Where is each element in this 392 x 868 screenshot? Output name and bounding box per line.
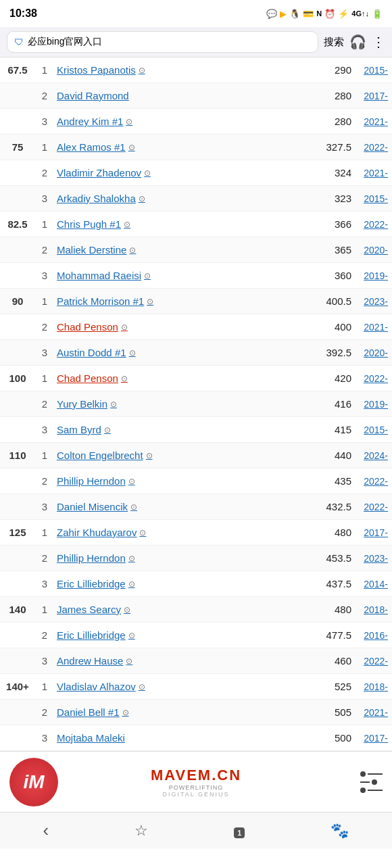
year[interactable]: 2024-: [354, 448, 392, 464]
year[interactable]: 2015-: [354, 422, 392, 438]
year[interactable]: 2021-: [354, 704, 392, 721]
place: 3: [35, 344, 54, 361]
address-bar[interactable]: 🛡 必应bing官网入口: [7, 31, 318, 53]
table-row: 1401James Searcy ⊙4802018-: [0, 597, 392, 623]
athlete-name[interactable]: Patrick Morrison #1 ⊙: [54, 293, 318, 310]
athlete-name[interactable]: Colton Engelbrecht ⊙: [54, 447, 318, 464]
camera-icon[interactable]: ⊙: [126, 117, 132, 126]
year[interactable]: 2017-: [354, 730, 392, 746]
year[interactable]: 2022-: [354, 370, 392, 387]
year[interactable]: 2015-: [354, 191, 392, 207]
athlete-name[interactable]: David Raymond: [54, 87, 318, 104]
athlete-name[interactable]: Austin Dodd #1 ⊙: [54, 344, 318, 361]
weight-class: [0, 479, 35, 484]
camera-icon[interactable]: ⊙: [110, 400, 117, 409]
athlete-name[interactable]: Daniel Misencik ⊙: [54, 498, 318, 515]
camera-icon[interactable]: ⊙: [144, 168, 151, 178]
bluetooth-icon: ⚡: [338, 9, 349, 19]
year[interactable]: 2020-: [354, 242, 392, 258]
athlete-name[interactable]: James Searcy ⊙: [54, 601, 318, 618]
athlete-name[interactable]: Vladimir Zhadenov ⊙: [54, 164, 318, 181]
athlete-name[interactable]: Andrey Kim #1 ⊙: [54, 113, 318, 130]
athlete-name[interactable]: Alex Ramos #1 ⊙: [54, 139, 318, 155]
camera-icon[interactable]: ⊙: [121, 322, 128, 332]
table-row: 2Daniel Bell #1 ⊙5052021-: [0, 700, 392, 725]
bookmark-button[interactable]: ☆: [134, 822, 148, 840]
camera-icon[interactable]: ⊙: [126, 656, 132, 666]
year[interactable]: 2022-: [354, 473, 392, 489]
athlete-name[interactable]: Eric Lilliebridge ⊙: [54, 575, 318, 592]
camera-icon[interactable]: ⊙: [128, 477, 135, 486]
athlete-name[interactable]: Mohammad Raeisi ⊙: [54, 267, 318, 284]
camera-icon[interactable]: ⊙: [124, 220, 130, 229]
year[interactable]: 2018-: [354, 679, 392, 695]
headphone-button[interactable]: 🎧: [349, 34, 366, 50]
table-row: 2Phillip Herndon ⊙453.52023-: [0, 546, 392, 571]
year[interactable]: 2016-: [354, 627, 392, 644]
search-button[interactable]: 搜索: [324, 36, 344, 49]
camera-icon[interactable]: ⊙: [144, 271, 151, 281]
camera-icon[interactable]: ⊙: [104, 425, 111, 435]
year[interactable]: 2021-: [354, 319, 392, 335]
menu-button[interactable]: 🐾: [330, 822, 349, 840]
year[interactable]: 2015-: [354, 62, 392, 78]
camera-icon[interactable]: ⊙: [122, 708, 129, 717]
weight-class: 140+: [0, 678, 35, 695]
camera-icon[interactable]: ⊙: [128, 631, 135, 640]
year[interactable]: 2021-: [354, 114, 392, 130]
place: 3: [35, 729, 54, 746]
weight-class: [0, 581, 35, 587]
year[interactable]: 2022-: [354, 139, 392, 155]
athlete-name[interactable]: Mojtaba Maleki: [54, 729, 318, 746]
athlete-name[interactable]: Daniel Bell #1 ⊙: [54, 704, 318, 721]
year[interactable]: 2022-: [354, 653, 392, 669]
camera-icon[interactable]: ⊙: [128, 554, 135, 563]
year[interactable]: 2022-: [354, 499, 392, 515]
year[interactable]: 2021-: [354, 165, 392, 181]
athlete-name[interactable]: Zahir Khudayarov ⊙: [54, 524, 318, 541]
camera-icon[interactable]: ⊙: [139, 682, 145, 692]
camera-icon[interactable]: ⊙: [128, 579, 135, 589]
camera-icon[interactable]: ⊙: [130, 502, 137, 512]
settings-button[interactable]: [360, 771, 383, 793]
athlete-name[interactable]: Chad Penson ⊙: [54, 318, 318, 335]
year[interactable]: 2023-: [354, 550, 392, 566]
athlete-name[interactable]: Eric Lilliebridge ⊙: [54, 627, 318, 644]
year[interactable]: 2017-: [354, 88, 392, 104]
athlete-name[interactable]: Kristos Papanotis ⊙: [54, 62, 318, 78]
camera-icon[interactable]: ⊙: [121, 374, 128, 383]
more-button[interactable]: ⋮: [372, 34, 385, 50]
camera-icon[interactable]: ⊙: [139, 528, 146, 537]
camera-icon[interactable]: ⊙: [129, 245, 136, 255]
athlete-name[interactable]: Maliek Derstine ⊙: [54, 241, 318, 258]
year[interactable]: 2019-: [354, 396, 392, 412]
year[interactable]: 2017-: [354, 525, 392, 541]
year[interactable]: 2022-: [354, 216, 392, 233]
athlete-name[interactable]: Vladislav Alhazov ⊙: [54, 678, 318, 695]
athlete-name[interactable]: Andrew Hause ⊙: [54, 652, 318, 669]
athlete-name[interactable]: Arkadiy Shalokha ⊙: [54, 190, 318, 207]
year[interactable]: 2014-: [354, 576, 392, 592]
place: 1: [35, 293, 54, 310]
camera-icon[interactable]: ⊙: [146, 451, 153, 460]
athlete-name[interactable]: Phillip Herndon ⊙: [54, 550, 318, 566]
tab-button[interactable]: 1: [234, 822, 245, 840]
camera-icon[interactable]: ⊙: [124, 605, 130, 614]
camera-icon[interactable]: ⊙: [129, 348, 136, 358]
camera-icon[interactable]: ⊙: [139, 194, 145, 203]
athlete-name[interactable]: Chad Penson ⊙: [54, 370, 318, 387]
camera-icon[interactable]: ⊙: [147, 297, 153, 306]
camera-icon[interactable]: ⊙: [128, 143, 135, 152]
athlete-name[interactable]: Phillip Herndon ⊙: [54, 473, 318, 489]
athlete-name[interactable]: Yury Belkin ⊙: [54, 395, 318, 412]
year[interactable]: 2023-: [354, 293, 392, 310]
athlete-name[interactable]: Sam Byrd ⊙: [54, 421, 318, 438]
year[interactable]: 2018-: [354, 602, 392, 618]
year[interactable]: 2020-: [354, 345, 392, 361]
athlete-name[interactable]: Chris Pugh #1 ⊙: [54, 216, 318, 233]
camera-icon[interactable]: ⊙: [139, 66, 145, 75]
table-row: 2Chad Penson ⊙4002021-: [0, 314, 392, 340]
place: 3: [35, 498, 54, 515]
back-button[interactable]: ‹: [43, 820, 49, 841]
year[interactable]: 2019-: [354, 268, 392, 284]
